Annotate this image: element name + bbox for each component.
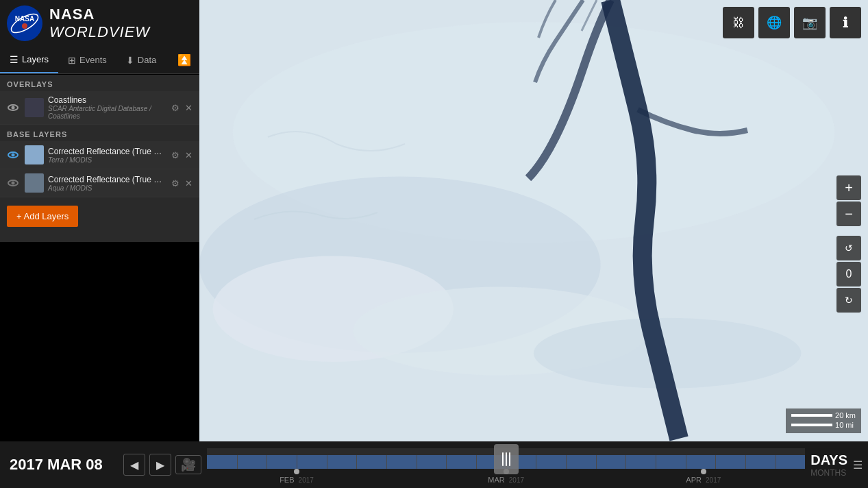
tab-events[interactable]: ⊞ Events	[58, 48, 116, 73]
tick	[297, 455, 297, 469]
globe-icon: 🌐	[767, 15, 782, 30]
tab-layers[interactable]: ☰ Layers	[0, 47, 58, 73]
svg-text:NASA: NASA	[15, 15, 34, 23]
ph-line	[502, 452, 504, 466]
prev-date-button[interactable]: ◀	[123, 454, 145, 476]
timeline-mode-controls: DAYS MONTHS ☰	[805, 452, 868, 478]
minus-icon: −	[845, 206, 853, 222]
scale-mi-label: 10 mi	[835, 421, 854, 429]
tick	[596, 455, 597, 469]
layer-item: Corrected Reflectance (True Color) Terra…	[0, 141, 199, 169]
layer-item: Corrected Reflectance (True Color) Aqua …	[0, 169, 199, 197]
playhead-handle	[502, 452, 510, 466]
zoom-in-button[interactable]: +	[836, 175, 861, 200]
plus-icon: +	[845, 180, 853, 196]
mar-month-label: MAR 2017	[488, 476, 524, 484]
layer-name: Coastlines	[48, 95, 166, 105]
feb-month-label: FEB 2017	[280, 476, 314, 484]
zero-icon: 0	[846, 268, 852, 280]
layer-settings-button[interactable]: ⚙	[170, 101, 181, 114]
tab-events-label: Events	[79, 55, 107, 65]
tick	[386, 455, 387, 469]
feb-month-dot	[294, 469, 299, 474]
next-date-button[interactable]: ▶	[149, 454, 171, 476]
layer-settings-button[interactable]: ⚙	[170, 177, 181, 190]
tick	[356, 455, 357, 469]
map-viewport[interactable]: 20 km 10 mi	[199, 0, 868, 441]
zoom-refresh-button[interactable]: ↻	[836, 288, 861, 313]
tick	[776, 455, 776, 469]
tab-data[interactable]: ⬇ Data	[116, 48, 166, 73]
info-icon: ℹ	[843, 14, 848, 31]
days-mode-button[interactable]: DAYS	[810, 452, 847, 468]
zoom-out-button[interactable]: −	[836, 202, 861, 226]
layer-actions: ⚙ ✕	[170, 177, 194, 190]
animate-button[interactable]: 🎥	[175, 455, 201, 474]
sidebar-panel: OVERLAYS Coastlines SCAR Antarctic Digit…	[0, 75, 199, 242]
screenshot-button[interactable]: 📷	[794, 7, 826, 38]
share-button[interactable]: ⛓	[723, 7, 754, 38]
add-layers-button[interactable]: + Add Layers	[7, 206, 78, 227]
ph-line	[509, 452, 510, 466]
data-icon: ⬇	[126, 55, 134, 66]
tick	[745, 455, 746, 469]
ph-line	[506, 452, 507, 466]
layer-text: Corrected Reflectance (True Color) Terra…	[48, 147, 166, 164]
tick	[686, 455, 686, 469]
timeline-playhead[interactable]	[494, 444, 519, 474]
zoom-reset-button[interactable]: ↺	[836, 236, 861, 260]
tick	[715, 455, 716, 469]
tick	[656, 455, 656, 469]
timeline-menu-button[interactable]: ☰	[853, 459, 863, 472]
info-button[interactable]: ℹ	[830, 7, 861, 38]
layers-icon: ☰	[10, 54, 18, 65]
events-icon: ⊞	[68, 55, 76, 66]
overlays-header: OVERLAYS	[0, 75, 199, 91]
scale-ruler-km	[791, 414, 832, 417]
zoom-controls: + − ↺ 0 ↻	[836, 175, 861, 313]
top-controls: ⛓ 🌐 📷 ℹ	[723, 7, 861, 38]
current-date-display: 2017 MAR 08	[0, 456, 123, 474]
tick	[327, 455, 327, 469]
layer-text: Coastlines SCAR Antarctic Digital Databa…	[48, 95, 166, 120]
tab-bar: ☰ Layers ⊞ Events ⬇ Data ⏫	[0, 47, 199, 74]
timeline-bar: 2017 MAR 08 ◀ ▶ 🎥	[0, 441, 868, 488]
zoom-zero-button[interactable]: 0	[836, 262, 861, 286]
layer-remove-button[interactable]: ✕	[184, 101, 194, 114]
tab-layers-label: Layers	[22, 54, 49, 64]
tick	[266, 455, 267, 469]
layer-thumbnail	[25, 98, 44, 117]
share-icon: ⛓	[732, 16, 745, 30]
camera-animate-icon: 🎥	[181, 457, 196, 472]
timeline-track[interactable]: FEB 2017 MAR 2017 APR 2017	[207, 441, 805, 488]
layer-settings-button[interactable]: ⚙	[170, 149, 181, 162]
svg-point-3	[22, 23, 27, 29]
app-header: NASA NASA WORLDVIEW	[0, 0, 199, 47]
layer-source: Terra / MODIS	[48, 156, 166, 164]
layer-thumbnail	[25, 145, 44, 164]
scale-km-label: 20 km	[835, 411, 856, 419]
layer-item: Coastlines SCAR Antarctic Digital Databa…	[0, 91, 199, 125]
apr-month-label: APR 2017	[686, 476, 721, 484]
layer-visibility-toggle[interactable]	[5, 175, 21, 191]
scale-ruler-mi	[791, 424, 832, 426]
tick	[446, 455, 447, 469]
globe-view-button[interactable]: 🌐	[758, 7, 790, 38]
layer-actions: ⚙ ✕	[170, 101, 194, 114]
layer-text: Corrected Reflectance (True Color) Aqua …	[48, 175, 166, 192]
tick	[625, 455, 626, 469]
layer-remove-button[interactable]: ✕	[184, 149, 194, 162]
layer-source: SCAR Antarctic Digital Database / Coastl…	[48, 105, 166, 120]
layer-visibility-toggle[interactable]	[5, 147, 21, 162]
refresh-icon: ↻	[845, 295, 853, 306]
tick	[566, 455, 567, 469]
nasa-logo: NASA	[7, 5, 42, 41]
tick	[237, 455, 238, 469]
camera-icon: 📷	[802, 15, 817, 30]
months-mode-button[interactable]: MONTHS	[810, 468, 847, 478]
collapse-sidebar-button[interactable]: ⏫	[169, 47, 199, 73]
timeline-navigation: ◀ ▶ 🎥	[123, 454, 207, 476]
tick	[476, 455, 477, 469]
layer-visibility-toggle[interactable]	[5, 100, 21, 115]
layer-remove-button[interactable]: ✕	[184, 177, 194, 190]
